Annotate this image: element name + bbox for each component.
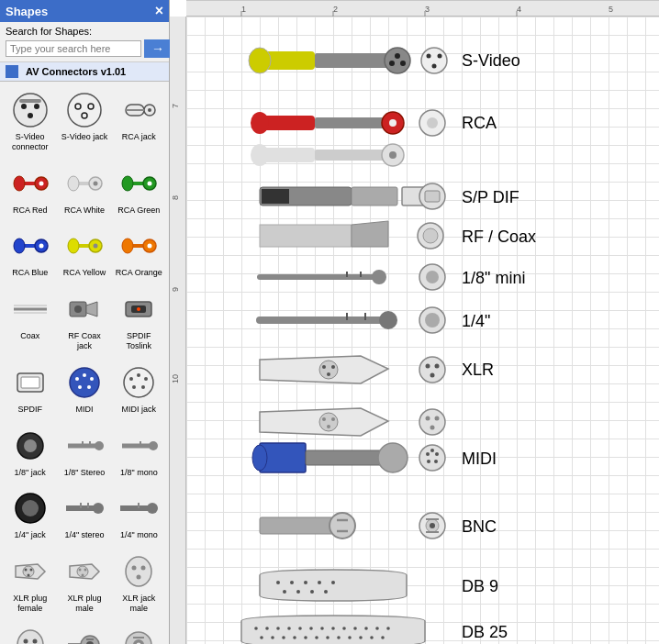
svg-point-269	[260, 636, 263, 639]
svg-point-248	[304, 581, 307, 584]
shape-rca-green[interactable]: RCA Green	[113, 159, 165, 220]
svg-point-215	[430, 373, 435, 378]
shape-midi[interactable]: MIDI	[58, 358, 110, 419]
shape-bnc-jack[interactable]: BNC Jack	[113, 620, 165, 644]
svg-point-246	[276, 581, 280, 584]
svg-point-50	[90, 377, 94, 381]
svg-point-155	[438, 54, 442, 59]
shape-rca-white[interactable]: RCA White	[58, 159, 110, 220]
svg-point-84	[81, 574, 84, 577]
svg-point-213	[426, 364, 430, 369]
shape-rca-orange[interactable]: RCA Orange	[113, 221, 165, 283]
svg-point-85	[126, 557, 151, 586]
svg-text:4: 4	[517, 5, 521, 14]
ruler-left: 7 8 9 10	[170, 17, 186, 644]
search-button[interactable]: →	[144, 39, 172, 58]
svg-point-237	[330, 513, 355, 539]
svg-point-88	[137, 575, 141, 580]
shape-label-rca-yellow: RCA Yellow	[63, 268, 106, 278]
shapes-grid: S-Video connector S-Video jack	[0, 82, 169, 644]
shape-coax[interactable]: Coax	[4, 284, 56, 356]
shape-eighth-mono[interactable]: 1/8" mono	[113, 421, 165, 483]
shape-rca-blue[interactable]: RCA Blue	[4, 221, 56, 283]
svg-point-204	[379, 311, 397, 329]
shape-rca-red[interactable]: RCA Red	[4, 159, 56, 220]
svg-point-198	[419, 264, 445, 290]
svg-point-79	[29, 569, 32, 572]
connector-db25: DB 25	[241, 616, 508, 644]
svg-point-206	[425, 313, 440, 328]
shape-svideo-connector[interactable]: S-Video connector	[4, 85, 56, 157]
svg-point-156	[432, 64, 437, 69]
svg-point-32	[93, 244, 97, 249]
svg-point-222	[426, 416, 430, 421]
svg-point-223	[435, 416, 440, 421]
svg-rect-190	[260, 225, 352, 247]
svg-point-11	[148, 108, 151, 112]
svg-point-199	[426, 271, 439, 283]
svg-point-220	[327, 425, 330, 428]
shape-xlr-plug-female[interactable]: XLR plug female	[4, 547, 56, 618]
svg-text:3: 3	[425, 5, 430, 14]
svg-text:1/8" mini: 1/8" mini	[462, 269, 525, 287]
svg-point-52	[87, 385, 91, 389]
svg-point-16	[39, 181, 43, 185]
shape-bnc[interactable]: BNC	[58, 620, 110, 644]
svg-point-6	[75, 104, 81, 109]
svg-point-47	[70, 368, 99, 397]
shape-rca-jack[interactable]: RCA jack	[113, 85, 165, 157]
svg-point-257	[265, 627, 269, 630]
shape-svideo-jack[interactable]: S-Video jack	[58, 85, 110, 157]
shape-quarter-mono[interactable]: 1/4" mono	[113, 483, 165, 545]
shape-xlr-jack-male[interactable]: XLR jack male	[113, 547, 165, 618]
shape-rf-coax-jack[interactable]: RF Coax jack	[58, 284, 110, 356]
svg-rect-226	[306, 450, 388, 465]
shape-spdif[interactable]: SPDIF	[4, 358, 56, 419]
shape-eighth-stereo[interactable]: 1/8" Stereo	[58, 421, 110, 483]
svg-point-270	[271, 636, 274, 639]
shape-quarter-stereo[interactable]: 1/4" stereo	[58, 483, 110, 545]
svg-point-219	[331, 417, 335, 421]
svg-point-69	[22, 500, 39, 516]
svg-point-28	[39, 244, 43, 249]
shape-label-eighth-mono: 1/8" mono	[120, 468, 158, 478]
svg-point-56	[144, 377, 148, 381]
svg-point-280	[381, 636, 385, 639]
svg-point-263	[331, 627, 335, 630]
svg-point-191	[418, 223, 443, 249]
shape-xlr-plug-male[interactable]: XLR plug male	[58, 547, 110, 618]
svg-point-275	[326, 636, 330, 639]
svg-point-187	[419, 183, 445, 209]
shape-eighth-jack[interactable]: 1/8" jack	[4, 421, 56, 483]
svg-rect-4	[19, 99, 41, 103]
svg-point-148	[249, 48, 271, 73]
close-icon[interactable]: ×	[155, 3, 163, 19]
svg-point-170	[389, 151, 397, 159]
svg-point-22	[122, 176, 133, 191]
svg-point-0	[14, 94, 47, 127]
search-input[interactable]	[6, 40, 141, 57]
svg-point-7	[88, 104, 94, 109]
svg-text:7: 7	[171, 104, 180, 108]
svg-point-76	[147, 503, 158, 514]
svg-text:1: 1	[241, 5, 246, 14]
svg-point-53	[124, 368, 153, 397]
svg-point-212	[419, 357, 445, 383]
svg-point-20	[93, 181, 97, 185]
svg-rect-158	[260, 116, 315, 130]
svg-point-164	[427, 117, 438, 128]
svg-point-233	[427, 460, 430, 463]
shape-midi-jack[interactable]: MIDI jack	[113, 358, 165, 419]
svg-point-250	[331, 581, 335, 584]
svg-point-279	[370, 636, 374, 639]
svg-point-18	[68, 176, 79, 191]
shape-rca-yellow[interactable]: RCA Yellow	[58, 221, 110, 283]
svg-text:DB 9: DB 9	[462, 577, 498, 595]
shapes-panel: Shapes × Search for Shapes: → AV Connect…	[0, 0, 170, 644]
shape-label-eighth-stereo: 1/8" Stereo	[64, 468, 106, 478]
shape-xlr-jack-female[interactable]: XLR jack female	[4, 620, 56, 644]
svg-point-51	[78, 385, 82, 389]
shape-quarter-jack[interactable]: 1/4" jack	[4, 483, 56, 545]
svg-point-162	[389, 119, 397, 127]
shape-spdif-toslink[interactable]: SPDIF Toslink	[113, 284, 165, 356]
